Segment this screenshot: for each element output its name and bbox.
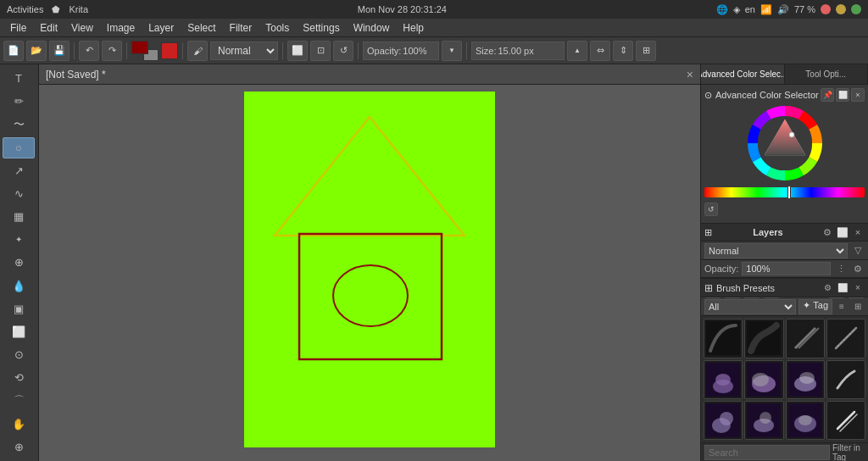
- menu-view[interactable]: View: [64, 20, 100, 36]
- blend-mode-select[interactable]: Normal Multiply Screen Overlay: [210, 42, 278, 60]
- fill-eraser-btn[interactable]: ⬜: [287, 41, 308, 61]
- preserve-alpha-btn[interactable]: ⊡: [310, 41, 331, 61]
- pan-btn[interactable]: ✋: [3, 414, 35, 435]
- eyedropper-btn[interactable]: 💧: [3, 275, 35, 297]
- layers-settings-btn[interactable]: ⚙: [821, 225, 834, 239]
- cs-close-btn[interactable]: ×: [851, 88, 865, 102]
- menu-layer[interactable]: Layer: [142, 20, 181, 36]
- dot-yellow[interactable]: [836, 4, 846, 14]
- menu-filter[interactable]: Filter: [223, 20, 259, 36]
- canvas-wrapper[interactable]: [39, 85, 700, 461]
- brush-presets-section: ⊞ Brush Presets ⚙ ⬜ × All ✦ Tag ≡ ⊞: [701, 278, 868, 461]
- brush-view-grid-btn[interactable]: ⊞: [851, 300, 865, 314]
- brush-thumb-12[interactable]: [826, 401, 865, 440]
- size-value[interactable]: 15.00 px: [498, 46, 533, 56]
- brush-thumb-5[interactable]: [704, 360, 743, 399]
- brush-thumb-1[interactable]: [704, 319, 743, 358]
- brush-thumb-6[interactable]: [744, 360, 783, 399]
- redo-button[interactable]: ↷: [102, 41, 122, 61]
- text-tool-btn[interactable]: T: [3, 68, 35, 89]
- active-color-swatch[interactable]: [161, 42, 178, 59]
- smart-patch-btn[interactable]: ✦: [3, 229, 35, 250]
- filter-in-tag-label[interactable]: Filter in Tag: [832, 443, 865, 462]
- refresh-btn[interactable]: ↺: [333, 41, 353, 61]
- layers-header: ⊞ Layers ⚙ ⬜ ×: [701, 224, 868, 242]
- fill-btn[interactable]: ▦: [3, 206, 35, 227]
- save-button[interactable]: 💾: [49, 41, 70, 61]
- color-swatches[interactable]: [131, 41, 159, 61]
- lasso-btn[interactable]: ⟲: [3, 367, 35, 388]
- layers-filter-btn[interactable]: ▽: [851, 244, 865, 258]
- canvas-tab-title[interactable]: [Not Saved] *: [46, 69, 106, 81]
- brush-search-input[interactable]: [704, 445, 830, 460]
- bp-float-btn[interactable]: ⬜: [836, 281, 849, 295]
- hue-slider[interactable]: [704, 187, 865, 197]
- open-button[interactable]: 📂: [26, 41, 47, 61]
- cs-pin-btn[interactable]: 📌: [821, 88, 834, 102]
- wrap-btn[interactable]: ⊞: [636, 41, 656, 61]
- layers-opacity-val[interactable]: 100%: [742, 262, 831, 275]
- ellipse-btn[interactable]: ○: [3, 137, 35, 158]
- opacity-container: Opacity: 100%: [363, 42, 439, 60]
- mirror-v-btn[interactable]: ⇕: [613, 41, 633, 61]
- dot-red[interactable]: [821, 4, 831, 14]
- hue-cursor[interactable]: [787, 186, 791, 199]
- dot-green[interactable]: [851, 4, 861, 14]
- bp-close-btn[interactable]: ×: [851, 281, 865, 295]
- menu-tools[interactable]: Tools: [259, 20, 296, 36]
- menu-edit[interactable]: Edit: [33, 20, 64, 36]
- menu-image[interactable]: Image: [100, 20, 142, 36]
- layers-float-btn[interactable]: ⬜: [836, 225, 849, 239]
- calligraphy-btn[interactable]: 〜: [3, 114, 35, 135]
- size-up-btn[interactable]: ▲: [567, 41, 587, 61]
- menu-help[interactable]: Help: [396, 20, 431, 36]
- layers-opacity-settings-btn[interactable]: ⚙: [851, 262, 865, 275]
- brush-thumb-7[interactable]: [786, 360, 825, 399]
- undo-button[interactable]: ↶: [79, 41, 99, 61]
- brush-tag-btn[interactable]: ✦ Tag: [798, 299, 832, 314]
- brush-thumb-4[interactable]: [826, 319, 865, 358]
- brush-thumb-8[interactable]: [826, 360, 865, 399]
- tab-advanced-color[interactable]: Advanced Color Selec...: [701, 64, 785, 84]
- brush-thumb-9[interactable]: [704, 401, 743, 440]
- foreground-color-swatch[interactable]: [131, 41, 148, 54]
- opacity-value[interactable]: 100%: [403, 46, 426, 56]
- layers-blend-select[interactable]: Normal Multiply Screen: [704, 243, 848, 258]
- new-button[interactable]: 📄: [3, 41, 24, 61]
- rect-select-btn[interactable]: ⬜: [3, 321, 35, 342]
- layers-opacity-menu-btn[interactable]: ⋮: [834, 262, 848, 275]
- brush-thumb-3[interactable]: [786, 319, 825, 358]
- ellipse-select-btn[interactable]: ⊙: [3, 344, 35, 365]
- menu-select[interactable]: Select: [181, 20, 222, 36]
- color-cursor[interactable]: [789, 132, 794, 137]
- menu-file[interactable]: File: [3, 20, 33, 36]
- move-btn[interactable]: ⊕: [3, 252, 35, 273]
- brush-thumb-11[interactable]: [786, 401, 825, 440]
- gradient-btn[interactable]: ▣: [3, 298, 35, 319]
- bp-settings-btn[interactable]: ⚙: [821, 281, 834, 295]
- canvas[interactable]: [244, 92, 495, 447]
- tab-tool-options[interactable]: Tool Opti...: [785, 64, 869, 84]
- brush-filter-select[interactable]: All: [704, 299, 796, 314]
- menu-window[interactable]: Window: [347, 20, 397, 36]
- transform-btn[interactable]: ↗: [3, 160, 35, 181]
- freehand-brush-btn[interactable]: ✏: [3, 91, 35, 112]
- zoom-btn[interactable]: ⊕: [3, 436, 35, 458]
- cs-float-btn[interactable]: ⬜: [836, 88, 849, 102]
- bezier-select-btn[interactable]: ⌒: [3, 390, 35, 411]
- color-reset-btn[interactable]: ↺: [704, 203, 718, 216]
- layers-close-btn[interactable]: ×: [851, 225, 865, 239]
- brush-view-list-btn[interactable]: ≡: [835, 300, 849, 314]
- opacity-down-btn[interactable]: ▼: [442, 41, 462, 61]
- canvas-tab-close[interactable]: ×: [687, 68, 693, 81]
- mirror-h-btn[interactable]: ⇔: [590, 41, 610, 61]
- brush-preset-btn[interactable]: 🖌: [187, 41, 208, 61]
- brush-thumb-10[interactable]: [744, 401, 783, 440]
- deform-btn[interactable]: ∿: [3, 183, 35, 204]
- menu-settings[interactable]: Settings: [296, 20, 346, 36]
- color-wheel-svg[interactable]: [747, 105, 823, 181]
- color-wheel-container[interactable]: [704, 105, 865, 184]
- activities-label[interactable]: Activities: [7, 4, 43, 14]
- color-wheel-wrapper[interactable]: [747, 105, 823, 184]
- brush-thumb-2[interactable]: [744, 319, 783, 358]
